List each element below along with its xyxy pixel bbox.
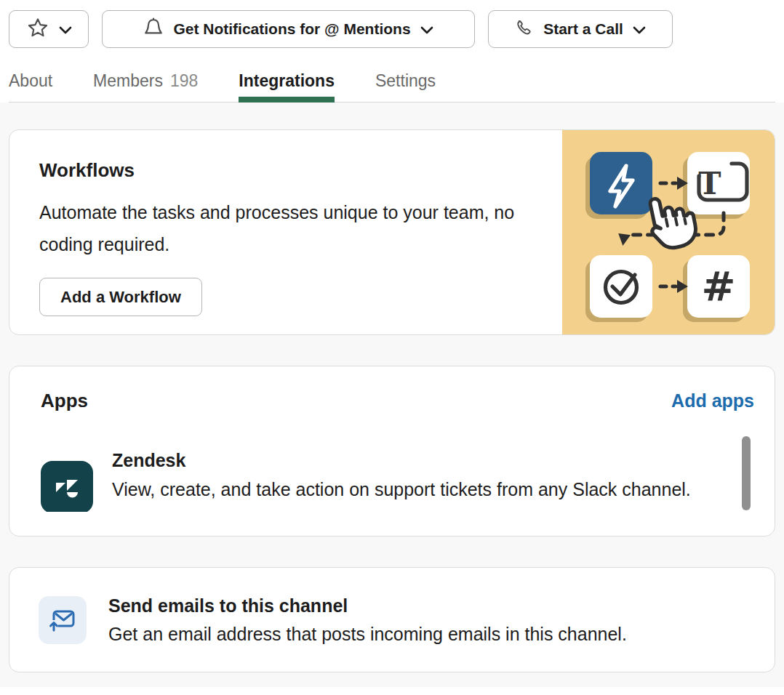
lightning-tile-icon [590, 152, 652, 214]
toolbar: Get Notifications for @ Mentions Start a… [9, 10, 775, 48]
apps-list-scrollbar-thumb[interactable] [742, 436, 751, 510]
zendesk-logo-icon [51, 471, 83, 503]
workflows-illustration: T # [562, 130, 775, 334]
tab-integrations[interactable]: Integrations [239, 71, 335, 102]
add-workflow-button[interactable]: Add a Workflow [39, 278, 202, 316]
zendesk-app-icon [41, 461, 93, 512]
list-item-zendesk[interactable]: Zendesk View, create, and take action on… [41, 448, 754, 512]
check-circle-tile-icon [590, 255, 652, 318]
workflows-card: Workflows Automate the tasks and process… [9, 129, 775, 335]
notifications-button-label: Get Notifications for @ Mentions [173, 20, 410, 38]
send-emails-card[interactable]: Send emails to this channel Get an email… [9, 567, 775, 672]
channel-details-tabs: About Members198 Integrations Settings [9, 71, 775, 103]
start-call-button[interactable]: Start a Call [488, 10, 673, 48]
tab-settings-label: Settings [375, 71, 436, 90]
apps-title: Apps [41, 390, 88, 412]
tab-about[interactable]: About [9, 71, 52, 102]
phone-icon [515, 18, 534, 41]
tab-members-label: Members [93, 71, 163, 90]
channel-hash-tile-icon: # [687, 255, 750, 318]
tab-members-count: 198 [170, 71, 198, 90]
workflows-title: Workflows [39, 159, 548, 182]
svg-text:#: # [702, 262, 736, 310]
app-info: Zendesk View, create, and take action on… [112, 448, 691, 512]
apps-card: Apps Add apps Zendesk View, create, a [9, 366, 775, 537]
send-emails-text: Send emails to this channel Get an email… [108, 595, 627, 645]
tab-settings[interactable]: Settings [375, 71, 436, 102]
apps-card-header: Apps Add apps [41, 390, 754, 412]
channel-details-header: Get Notifications for @ Mentions Start a… [0, 0, 784, 103]
start-call-button-label: Start a Call [543, 20, 623, 38]
app-name: Zendesk [112, 448, 691, 473]
workflows-description: Automate the tasks and processes unique … [39, 196, 534, 260]
text-snippet-tile-icon: T [687, 152, 750, 214]
notifications-dropdown-button[interactable]: Get Notifications for @ Mentions [102, 10, 475, 48]
tab-about-label: About [9, 71, 52, 90]
apps-list: Zendesk View, create, and take action on… [41, 448, 754, 512]
add-apps-link[interactable]: Add apps [671, 390, 754, 411]
star-icon [26, 16, 49, 43]
send-emails-description: Get an email address that posts incoming… [108, 624, 627, 645]
tab-integrations-label: Integrations [239, 71, 335, 90]
tab-members[interactable]: Members198 [93, 71, 198, 102]
bell-icon [143, 17, 164, 42]
chevron-down-icon [420, 20, 433, 38]
app-description: View, create, and take action on support… [112, 475, 691, 503]
send-emails-title: Send emails to this channel [108, 595, 627, 616]
svg-text:T: T [698, 166, 721, 201]
incoming-email-icon [47, 604, 79, 636]
email-icon-box [39, 596, 87, 644]
star-channel-button[interactable] [9, 10, 89, 48]
chevron-down-icon [59, 20, 72, 38]
integrations-tab-panel: Workflows Automate the tasks and process… [0, 103, 784, 687]
workflows-card-content: Workflows Automate the tasks and process… [9, 130, 562, 334]
chevron-down-icon [633, 20, 646, 38]
